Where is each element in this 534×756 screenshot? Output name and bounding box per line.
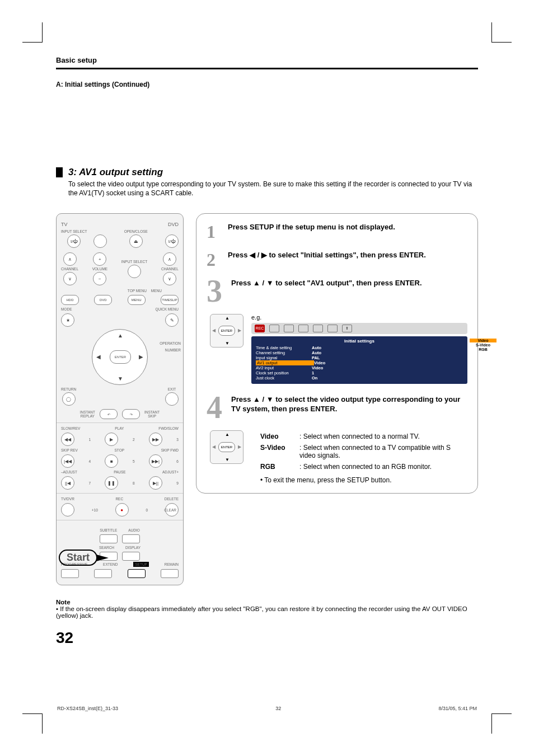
remote-tv-label: TV — [61, 222, 68, 227]
remote-pause-label: PAUSE — [114, 470, 126, 474]
up-arrow-icon: ▲ — [225, 432, 229, 437]
remote-dvd-label: DVD — [168, 222, 179, 227]
osd-side-options: Video S-Video RGB — [470, 339, 496, 352]
remote-exit-label: EXIT — [168, 387, 176, 391]
step-text-4: Press ▲ / ▼ to select the video output t… — [231, 395, 467, 420]
num-plus10: +10 — [92, 508, 98, 512]
remote-return-label: RETURN — [61, 387, 76, 391]
remote-top-menu-label: TOP MENU — [128, 289, 147, 293]
num-9: 9 — [176, 481, 179, 485]
osd-panel: Initial settings Time & date settingAuto… — [251, 336, 467, 384]
note-title: Note — [56, 599, 478, 605]
remote-input-select-button — [93, 234, 107, 248]
osd-row-name: AV2 input — [256, 365, 312, 370]
remote-vol-up-button: + — [93, 252, 106, 266]
remote-dpad: ▲ ▼ ◀ ▶ ENTER — [92, 329, 148, 385]
remote-adjust-plus-label: ADJUST+ — [162, 470, 179, 474]
remote-timeslip-button: TIMESLIP — [161, 295, 179, 305]
osd-side-option-selected: Video — [470, 339, 496, 342]
num-8: 8 — [133, 481, 135, 485]
osd-row-name: Input signal — [256, 355, 312, 360]
remote-input-select-label: INPUT SELECT — [61, 229, 87, 233]
remote-operation-label: OPERATION — [160, 341, 181, 345]
remote-hdd-button: HDD — [61, 295, 79, 305]
remote-fwd-slow-label: FWD/SLOW — [158, 426, 179, 430]
remote-remain-button — [161, 569, 179, 578]
right-arrow-icon: ▶ — [238, 444, 241, 449]
option-svideo-desc: : Select when connected to a TV compatib… — [299, 444, 467, 459]
num-5: 5 — [133, 459, 135, 463]
osd-row-value: 1 — [312, 370, 314, 375]
num-0: 0 — [146, 508, 148, 512]
remote-instant-skip-button: ↷ — [122, 409, 140, 419]
remote-skip-fwd-button: ▶▶| — [149, 454, 162, 468]
remote-subtitle-label: SUBTITLE — [100, 528, 117, 532]
osd-row-value: On — [312, 375, 317, 381]
remote-adjust-minus-label: –ADJUST — [61, 470, 77, 474]
remote-exit-button — [165, 392, 179, 406]
remote-ffwd-button: ▶▶ — [149, 433, 162, 446]
eg-label: e.g. — [251, 314, 467, 321]
remote-instant-replay-button: ↶ — [100, 409, 118, 419]
remote-adjust-plus-button: ▶|| — [149, 476, 162, 490]
option-svideo-label: S-Video — [260, 444, 299, 459]
remote-control-diagram: TV DVD INPUT SELECTI/⏻ OPEN/CLOSE⏏ I/⏻ ∧… — [56, 213, 184, 585]
remote-dvd-power-button: I/⏻ — [165, 234, 179, 248]
icon-6: ⬆ — [342, 325, 352, 332]
remote-progressive-button — [61, 569, 79, 578]
remote-remain-label: REMAIN — [165, 562, 179, 566]
start-arrow-icon — [96, 555, 109, 561]
footer-mid: 32 — [275, 706, 281, 711]
footer-left: RD-XS24SB_inst(E)_31-33 — [57, 706, 118, 711]
num-3: 3 — [176, 438, 179, 442]
step-number-2: 2 — [207, 251, 228, 269]
option-rgb-label: RGB — [260, 463, 299, 471]
enter-pad-center: ENTER — [218, 442, 235, 452]
num-7: 7 — [88, 481, 91, 485]
remote-delete-label: DELETE — [165, 497, 179, 501]
remote-display-button — [122, 552, 140, 561]
page-number: 32 — [56, 629, 478, 647]
option-video-desc: : Select when connected to a normal TV. — [299, 433, 467, 440]
remote-dvd-button: DVD — [94, 295, 112, 305]
remote-instant-skip-label: INSTANT SKIP — [144, 410, 160, 418]
remote-ch2-up-button: ∧ — [163, 252, 176, 266]
remote-number-label: NUMBER — [165, 348, 181, 352]
remote-enter-button: ENTER — [110, 350, 131, 364]
remote-stop-label: STOP — [114, 448, 124, 452]
remote-ch-down-button: ∨ — [63, 272, 77, 285]
remote-input-select2-label: INPUT SELECT — [121, 260, 147, 264]
remote-quick-menu-label: QUICK MENU — [155, 307, 179, 311]
remote-pause-button: ❚❚ — [105, 476, 118, 490]
step-text-2: Press ◀ / ▶ to select "Initial settings"… — [228, 251, 426, 269]
remote-display-label: DISPLAY — [125, 546, 140, 550]
left-arrow-icon: ◀ — [212, 328, 216, 333]
remote-tv-dvr-button — [61, 503, 74, 516]
osd-row-name: Channel setting — [256, 350, 312, 355]
osd-side-option: RGB — [470, 348, 496, 351]
remote-return-button: ◯ — [62, 392, 76, 406]
down-arrow-icon: ▼ — [225, 457, 229, 462]
remote-rew-button: ◀◀ — [61, 433, 74, 446]
enter-pad-center: ENTER — [218, 326, 235, 336]
remote-audio-label: AUDIO — [128, 528, 140, 532]
remote-setup-label: SETUP — [133, 562, 149, 567]
remote-slow-rev-label: SLOW/REV — [61, 426, 80, 430]
icon-4 — [313, 325, 323, 332]
remote-channel2-label: CHANNEL — [161, 267, 179, 271]
num-2: 2 — [133, 438, 135, 442]
remote-channel-label: CHANNEL — [61, 267, 78, 271]
remote-skip-rev-button: |◀◀ — [61, 454, 74, 468]
right-arrow-icon: ▶ — [139, 354, 143, 360]
remote-search-label: SEARCH — [99, 546, 114, 550]
remote-play-label: PLAY — [115, 426, 124, 430]
remote-ch2-down-button: ∨ — [163, 272, 176, 285]
num-4: 4 — [88, 459, 91, 463]
osd-row-name: Time & date setting — [256, 345, 312, 350]
remote-volume-label: VOLUME — [92, 267, 107, 271]
remote-stop-button: ■ — [105, 454, 118, 468]
osd-row-value: Auto — [312, 350, 321, 355]
down-arrow-icon: ▼ — [225, 341, 229, 346]
step-text-3: Press ▲ / ▼ to select "AV1 output", then… — [231, 279, 422, 304]
remote-rec-label: REC — [115, 497, 123, 501]
